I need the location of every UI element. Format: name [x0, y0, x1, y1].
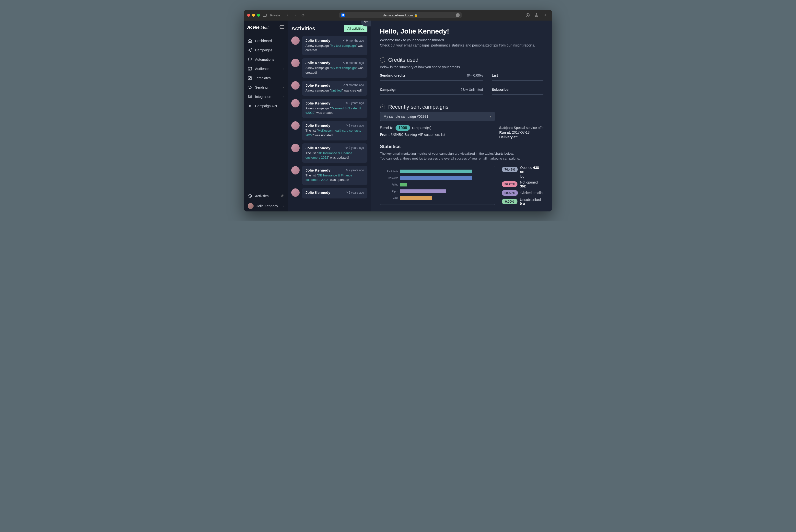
nav-item-campaign-api[interactable]: Campaign API	[244, 101, 288, 111]
edit-icon	[248, 76, 252, 80]
nav-item-integration[interactable]: Integration ›	[244, 92, 288, 101]
nav-item-dashboard[interactable]: Dashboard	[244, 36, 288, 45]
activity-item: Jolie Kennedy 2 years ago The list "DB I…	[291, 144, 367, 163]
page-settings-icon[interactable]: ⋯	[456, 13, 460, 17]
recent-title: Recently sent campaigns	[388, 104, 449, 110]
credit-label: Campaign	[380, 88, 397, 92]
activity-desc: The list "DB Insurance & Finance custome…	[305, 151, 364, 160]
legend-text: Clicked emails	[520, 191, 543, 195]
activity-card[interactable]: Jolie Kennedy 9 months ago A new campaig…	[302, 58, 367, 78]
minimize-window-icon[interactable]	[252, 14, 255, 17]
activity-link[interactable]: Year-end BIG sale off #2020	[305, 107, 361, 115]
welcome-line1: Welcome back to your account dashboard.	[380, 38, 544, 43]
activity-time: 2 years ago	[345, 191, 364, 194]
activity-time: 9 months ago	[343, 83, 364, 87]
activity-user: Jolie Kennedy	[305, 190, 330, 194]
legend-text: Not opened 362	[520, 180, 544, 188]
activity-item: Jolie Kennedy 9 months ago A new campaig…	[291, 58, 367, 78]
legend-row: 0.00% Unsubscribed 0 u	[502, 198, 544, 206]
send-icon	[248, 48, 252, 52]
nav-item-audience[interactable]: Audience ›	[244, 64, 288, 73]
campaign-meta-right: Subject: Special service offe Run at: 20…	[499, 126, 544, 142]
progress-bar	[380, 94, 483, 95]
download-icon[interactable]	[524, 12, 531, 18]
runat-value: 2017-07-13	[512, 130, 530, 134]
bar-track	[400, 176, 493, 180]
bar-fill	[400, 189, 446, 193]
chevron-right-icon: ›	[283, 86, 284, 89]
welcome-line2: Check out your email campaigns' performa…	[380, 43, 544, 48]
close-window-icon[interactable]	[247, 14, 250, 17]
activity-link[interactable]: My test campaign	[331, 44, 356, 48]
back-button[interactable]: ‹	[284, 12, 291, 18]
plug-icon	[248, 94, 252, 99]
user-name: Jolie Kennedy	[257, 204, 278, 208]
campaign-select-value: My sample campaign #02931	[383, 115, 428, 118]
activity-desc: The list "DB Insurance & Finance custome…	[305, 173, 364, 182]
address-bar[interactable]: M demo.acellemail.com 🔒 ⋯	[339, 12, 462, 18]
avatar	[291, 166, 300, 174]
campaign-select[interactable]: My sample campaign #02931	[380, 112, 495, 121]
activity-card[interactable]: Jolie Kennedy 2 years ago A new campaign…	[302, 99, 367, 118]
activity-link[interactable]: Untitled	[331, 89, 342, 92]
chart-bar-row: Failed	[383, 183, 493, 187]
legend-percent: 36.20%	[502, 181, 517, 187]
maximize-window-icon[interactable]	[257, 14, 260, 17]
activity-card[interactable]: Jolie Kennedy 2 years ago	[302, 188, 367, 198]
svg-rect-9	[248, 95, 251, 98]
all-activities-button[interactable]: All activities	[344, 25, 367, 32]
logo[interactable]: Acelle Mail	[247, 25, 268, 30]
activity-time: 9 months ago	[343, 61, 364, 64]
recent-title-row: Recently sent campaigns	[380, 104, 544, 110]
recipients-pill: 1000	[396, 125, 410, 131]
activity-link[interactable]: DB Insurance & Finance customers 2022	[305, 173, 352, 182]
activity-card[interactable]: Jolie Kennedy 2 years ago The list "DB I…	[302, 144, 367, 163]
activities-title: Activities	[291, 25, 315, 32]
titlebar: Private ‹ › ⟳ M demo.acellemail.com 🔒 ⋯ …	[244, 10, 552, 21]
activity-user: Jolie Kennedy	[305, 61, 330, 65]
reload-button[interactable]: ⟳	[300, 12, 306, 18]
activity-link[interactable]: My test campaign	[331, 66, 356, 70]
nav-item-automations[interactable]: Automations	[244, 55, 288, 64]
sync-icon	[248, 85, 252, 90]
forward-button[interactable]: ›	[292, 12, 299, 18]
subject-value: Special service offe	[514, 126, 544, 130]
activity-link[interactable]: McKesson healthcare contacts 2022	[305, 129, 361, 137]
activity-item: Jolie Kennedy 2 years ago The list "DB I…	[291, 166, 367, 185]
sidebar-toggle-icon[interactable]	[262, 13, 267, 17]
hamburger-icon[interactable]	[279, 25, 284, 30]
activity-card[interactable]: Jolie Kennedy 2 years ago The list "DB I…	[302, 166, 367, 185]
activity-user: Jolie Kennedy	[305, 168, 330, 172]
statistics-desc: The key email marketing metrics of your …	[380, 151, 544, 161]
svg-point-11	[249, 106, 251, 107]
new-tab-icon[interactable]: +	[542, 12, 549, 18]
url-text: demo.acellemail.com	[383, 14, 413, 17]
nav-item-campaigns[interactable]: Campaigns	[244, 45, 288, 55]
nav-item-sending[interactable]: Sending ›	[244, 83, 288, 92]
activity-card[interactable]: Jolie Kennedy 2 years ago The list "McKe…	[302, 121, 367, 140]
bar-label: Recipients	[383, 170, 398, 173]
activity-card[interactable]: Jolie Kennedy 9 months ago A new campaig…	[302, 36, 367, 55]
credit-block: Subscriber	[492, 88, 544, 95]
nav: Dashboard Campaigns Automations Audience…	[244, 34, 288, 191]
legend-link[interactable]: log	[520, 174, 525, 178]
activity-card[interactable]: Jolie Kennedy 9 months ago A new campaig…	[302, 81, 367, 96]
activity-desc: A new campaign "My test campaign" was cr…	[305, 43, 364, 52]
share-icon[interactable]	[533, 12, 540, 18]
send-to-row: Send to 1000 recipient(s)	[380, 126, 445, 130]
legend-percent: 68.50%	[502, 190, 518, 196]
activities-link[interactable]: Activities	[244, 191, 288, 201]
progress-bar	[380, 80, 483, 81]
activities-label: Activities	[255, 194, 268, 198]
activity-desc: A new campaign "Year-end BIG sale off #2…	[305, 106, 364, 115]
activity-link[interactable]: DB Insurance & Finance customers 2022	[305, 151, 352, 159]
chart-bar-row: Delivered	[383, 176, 493, 180]
nav-item-templates[interactable]: Templates	[244, 73, 288, 83]
history-icon	[248, 194, 252, 198]
stats-desc-line1: The key email marketing metrics of your …	[380, 151, 544, 156]
logo-part2: Mail	[261, 25, 268, 30]
activity-time: 2 years ago	[345, 169, 364, 172]
user-menu[interactable]: Jolie Kennedy ›	[244, 201, 288, 211]
avatar	[248, 203, 253, 209]
campaign-meta-left: Send to 1000 recipient(s) From: @SHBC Ba…	[380, 126, 445, 142]
